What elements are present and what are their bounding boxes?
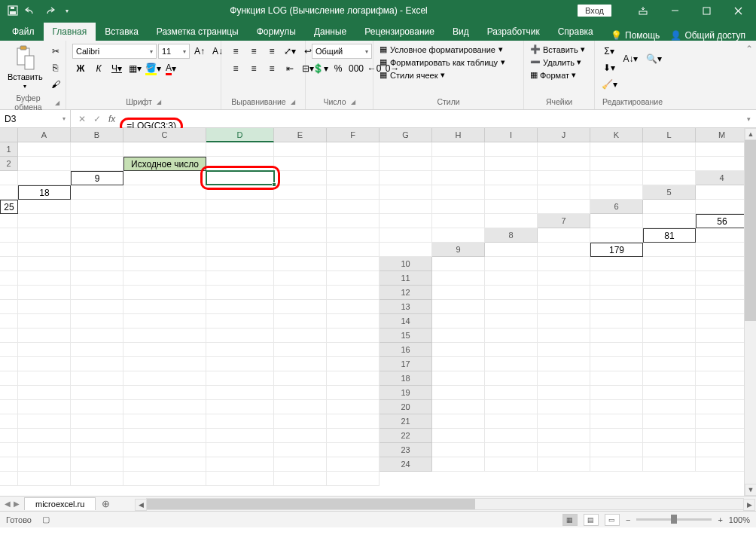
cell-D13[interactable] xyxy=(590,300,643,314)
cell-E14[interactable] xyxy=(643,314,696,329)
tab-insert[interactable]: Вставка xyxy=(96,23,148,41)
cell-N3[interactable] xyxy=(643,171,696,185)
cell-A19[interactable] xyxy=(432,386,485,400)
cell-M2[interactable] xyxy=(643,157,696,171)
add-sheet-button[interactable]: ⊕ xyxy=(96,498,116,509)
cell-B11[interactable] xyxy=(485,271,538,286)
cell-F1[interactable] xyxy=(327,142,380,157)
cell-H16[interactable] xyxy=(0,357,18,371)
cell-J23[interactable] xyxy=(71,457,123,472)
cell-F17[interactable] xyxy=(696,357,748,371)
row-header-7[interactable]: 7 xyxy=(538,214,590,228)
col-header-G[interactable]: G xyxy=(380,128,432,142)
cell-I16[interactable] xyxy=(18,357,71,371)
format-painter-icon[interactable]: 🖌 xyxy=(47,77,64,92)
cell-D16[interactable] xyxy=(590,343,643,357)
cell-N8[interactable] xyxy=(380,243,432,257)
align-launcher[interactable]: ◢ xyxy=(291,99,295,105)
cell-H6[interactable] xyxy=(123,214,206,228)
cell-M21[interactable] xyxy=(274,429,327,443)
tab-file[interactable]: Файл xyxy=(3,23,44,41)
row-header-10[interactable]: 10 xyxy=(380,257,432,271)
scroll-right-icon[interactable]: ▶ xyxy=(743,499,755,511)
page-break-icon[interactable]: ▭ xyxy=(605,514,620,526)
cell-L15[interactable] xyxy=(206,343,274,357)
spreadsheet-grid[interactable]: ABCDEFGHIJKLMN12Исходное число3941852563… xyxy=(0,128,756,496)
cell-K22[interactable] xyxy=(123,443,206,457)
cell-B10[interactable] xyxy=(485,257,538,271)
select-all-corner[interactable] xyxy=(0,128,18,142)
font-name-select[interactable]: Calibri▾ xyxy=(72,44,157,59)
cell-D15[interactable] xyxy=(590,329,643,343)
cell-L11[interactable] xyxy=(206,286,274,300)
cell-J10[interactable] xyxy=(71,271,123,286)
cell-N24[interactable] xyxy=(327,472,380,486)
cell-E15[interactable] xyxy=(643,329,696,343)
zoom-level[interactable]: 100% xyxy=(729,515,750,524)
cell-F11[interactable] xyxy=(696,271,748,286)
cancel-formula-icon[interactable]: ✕ xyxy=(78,114,86,124)
cell-A17[interactable] xyxy=(432,357,485,371)
cell-G4[interactable] xyxy=(206,185,274,200)
cell-C1[interactable] xyxy=(123,142,206,157)
tab-review[interactable]: Рецензирование xyxy=(355,23,444,41)
cell-J19[interactable] xyxy=(71,400,123,414)
col-header-E[interactable]: E xyxy=(274,128,327,142)
zoom-thumb[interactable] xyxy=(671,515,677,524)
cell-B19[interactable] xyxy=(485,386,538,400)
cell-A10[interactable] xyxy=(432,257,485,271)
cell-K4[interactable] xyxy=(432,185,485,200)
cell-G7[interactable] xyxy=(18,228,71,243)
cell-E2[interactable] xyxy=(206,157,274,171)
cell-C10[interactable] xyxy=(538,257,590,271)
cell-M16[interactable] xyxy=(274,357,327,371)
save-icon[interactable] xyxy=(6,4,20,17)
cell-J7[interactable] xyxy=(206,228,274,243)
cell-A23[interactable] xyxy=(432,443,485,457)
cell-K9[interactable] xyxy=(123,257,206,271)
cell-J2[interactable] xyxy=(485,157,538,171)
cell-K5[interactable] xyxy=(380,200,432,214)
cell-H15[interactable] xyxy=(0,343,18,357)
cell-L4[interactable] xyxy=(485,185,538,200)
cell-J13[interactable] xyxy=(71,314,123,329)
cell-styles-button[interactable]: ▦Стили ячеек▾ xyxy=(380,69,445,81)
cell-A8[interactable] xyxy=(538,228,590,243)
login-button[interactable]: Вход xyxy=(578,5,611,17)
cell-M12[interactable] xyxy=(274,300,327,314)
col-header-H[interactable]: H xyxy=(432,128,485,142)
cell-J6[interactable] xyxy=(274,214,327,228)
cell-B20[interactable] xyxy=(485,400,538,414)
cell-D23[interactable] xyxy=(590,443,643,457)
cell-D22[interactable] xyxy=(590,429,643,443)
tab-dev[interactable]: Разработчик xyxy=(478,23,549,41)
percent-icon[interactable]: % xyxy=(330,61,346,76)
cell-C9[interactable]: 179 xyxy=(590,243,643,257)
cell-D11[interactable] xyxy=(590,271,643,286)
cell-F4[interactable] xyxy=(123,185,206,200)
cell-H13[interactable] xyxy=(0,314,18,329)
scroll-down-icon[interactable]: ▼ xyxy=(745,484,756,496)
row-header-18[interactable]: 18 xyxy=(380,371,432,386)
cell-C19[interactable] xyxy=(538,386,590,400)
cell-N19[interactable] xyxy=(327,400,380,414)
cell-A12[interactable] xyxy=(432,286,485,300)
underline-button[interactable]: Ч▾ xyxy=(108,61,125,76)
cell-H11[interactable] xyxy=(0,286,18,300)
cell-N21[interactable] xyxy=(327,429,380,443)
tab-data[interactable]: Данные xyxy=(305,23,355,41)
cell-H8[interactable] xyxy=(18,243,71,257)
align-right-icon[interactable]: ≡ xyxy=(264,61,280,76)
cell-J8[interactable] xyxy=(123,243,206,257)
col-header-M[interactable]: M xyxy=(696,128,748,142)
cell-E18[interactable] xyxy=(643,371,696,386)
close-button[interactable] xyxy=(723,0,753,21)
cell-H20[interactable] xyxy=(0,414,18,429)
cell-N12[interactable] xyxy=(327,300,380,314)
format-cells-button[interactable]: ▦Формат▾ xyxy=(530,69,576,81)
cell-A24[interactable] xyxy=(432,457,485,472)
cell-E10[interactable] xyxy=(643,257,696,271)
cell-N23[interactable] xyxy=(327,457,380,472)
row-header-4[interactable]: 4 xyxy=(696,171,748,185)
cell-D14[interactable] xyxy=(590,314,643,329)
